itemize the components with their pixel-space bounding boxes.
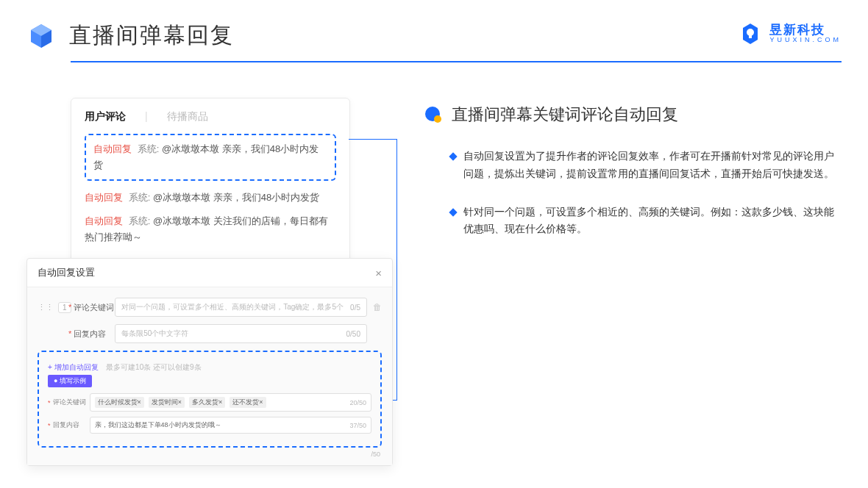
outer-counter: /50 [38,448,382,458]
cube-icon [26,21,56,51]
connector-line [396,139,397,401]
example-badge: ● 填写示例 [48,375,92,387]
ex-content-field[interactable]: 亲，我们这边都是下单48小时内发货的哦～ 37/50 [90,417,371,434]
svg-point-3 [434,115,441,123]
ex-keyword-label: 评论关键词 [53,398,90,407]
auto-reply-settings-modal: 自动回复设置 × ⋮⋮1 * 评论关键词 对同一个问题，可设置多个相近、高频的关… [26,258,393,466]
comment-row: 自动回复 系统: @冰墩墩本墩 亲亲，我们48小时内发货 [85,190,336,206]
tab-pending-goods[interactable]: 待播商品 [167,110,208,123]
delete-icon[interactable]: 🗑 [373,302,382,312]
example-highlight-box: + 增加自动回复 最多可建10条 还可以创建9条 ● 填写示例 * 评论关键词 … [38,351,382,448]
brand-logo: 昱新科技 YUUXIN.COM [739,22,842,46]
highlighted-comment: 自动回复 系统: @冰墩墩本墩 亲亲，我们48小时内发货 [85,134,336,181]
add-hint: 最多可建10条 还可以创建9条 [106,363,201,371]
logo-cn: 昱新科技 [769,24,842,37]
bullet-item: 针对同一个问题，可设置多个相近的、高频的关键词。例如：这款多少钱、这块能优惠吗、… [424,204,842,239]
svg-rect-1 [749,32,752,38]
tab-divider: | [145,110,148,123]
modal-title: 自动回复设置 [38,266,95,279]
close-icon[interactable]: × [375,267,382,279]
row-handle[interactable]: ⋮⋮1 [38,302,68,313]
comment-row: 自动回复 系统: @冰墩墩本墩 关注我们的店铺，每日都有热门推荐呦～ [85,213,336,245]
diamond-icon [449,152,457,160]
system-label: 系统: [138,143,160,154]
tag[interactable]: 还不发货× [230,397,266,408]
add-auto-reply-link[interactable]: + 增加自动回复 [48,363,99,371]
tag[interactable]: 发货时间× [149,397,185,408]
logo-icon [739,22,762,46]
ex-content-label: 回复内容 [53,420,90,430]
ex-keyword-field[interactable]: 什么时候发货× 发货时间× 多久发货× 还不发货× 20/50 [90,393,371,412]
connector-line [393,400,397,401]
keyword-input[interactable]: 对同一个问题，可设置多个相近、高频的关键词，Tag确定，最多5个 0/5 [115,298,367,317]
content-label: 回复内容 [74,329,115,340]
bullet-item: 自动回复设置为了提升作者的评论回复效率，作者可在开播前针对常见的评论用户问题，提… [424,148,842,183]
tab-user-comments[interactable]: 用户评论 [85,110,126,123]
page-title: 直播间弹幕回复 [69,21,234,51]
logo-en: YUUXIN.COM [769,37,842,44]
tag[interactable]: 多久发货× [189,397,225,408]
auto-reply-label: 自动回复 [93,143,132,154]
bullet-icon [424,105,443,124]
keyword-label: 评论关键词 [74,302,115,313]
connector-line [349,139,397,140]
diamond-icon [449,208,457,216]
content-input[interactable]: 每条限50个中文字符 0/50 [115,324,367,343]
section-title: 直播间弹幕关键词评论自动回复 [452,104,678,126]
tag[interactable]: 什么时候发货× [95,397,144,408]
